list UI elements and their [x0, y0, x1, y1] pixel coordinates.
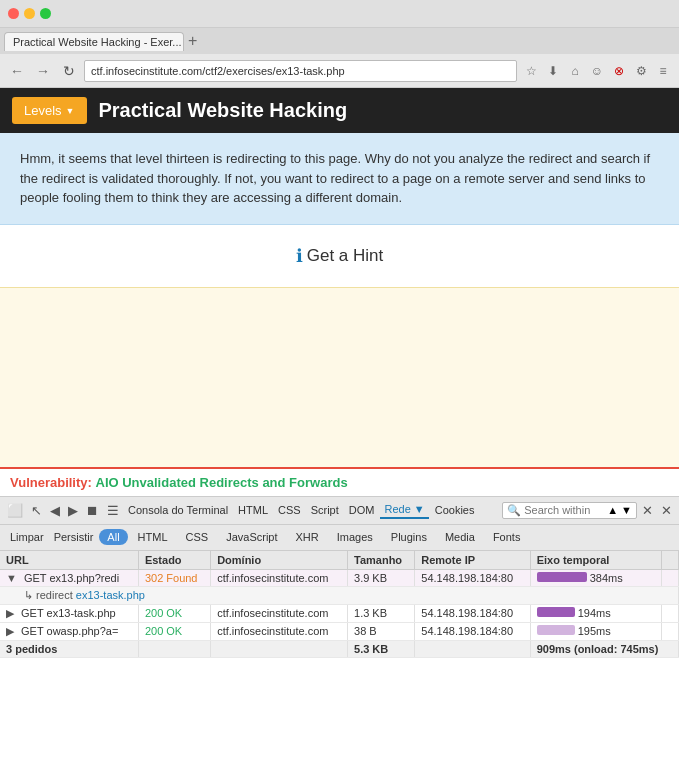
status-text: 200 OK — [145, 607, 182, 619]
url-cell: ▶ GET owasp.php?a= — [0, 622, 138, 640]
redirect-cell: ↳ redirect ex13-task.php — [0, 586, 679, 604]
redirect-arrow-icon: ↳ — [24, 589, 33, 601]
url-bar[interactable] — [84, 60, 517, 82]
back-button[interactable]: ← — [6, 60, 28, 82]
devtools-settings-icon[interactable]: ✕ — [639, 501, 656, 520]
ip-cell: 54.148.198.184:80 — [415, 604, 530, 622]
devtools-script-tab[interactable]: Script — [307, 502, 343, 518]
devtools-inspect-icon[interactable]: ⬜ — [4, 501, 26, 520]
table-row[interactable]: ▼ GET ex13.php?redi 302 Found ctf.infose… — [0, 569, 679, 586]
expand-icon[interactable]: ▶ — [6, 625, 14, 637]
minimize-button[interactable] — [24, 8, 35, 19]
col-timeline: Eixo temporal — [530, 551, 661, 570]
redirect-row: ↳ redirect ex13-task.php — [0, 586, 679, 604]
window-controls — [8, 8, 51, 19]
timeline-label: 384ms — [590, 572, 623, 584]
timeline-label: 195ms — [578, 625, 611, 637]
hint-link[interactable]: ℹ Get a Hint — [296, 245, 384, 267]
levels-button[interactable]: Levels ▼ — [12, 97, 87, 124]
timeline-bar — [537, 572, 587, 582]
filter-plugins[interactable]: Plugins — [383, 529, 435, 545]
status-cell: 200 OK — [138, 604, 210, 622]
redirect-label: redirect — [36, 589, 76, 601]
filter-images[interactable]: Images — [329, 529, 381, 545]
devtools-toolbar: ⬜ ↖ ◀ ▶ ⏹ ☰ Consola do Terminal HTML CSS… — [0, 497, 679, 525]
extra-cell — [661, 622, 678, 640]
vulnerability-title: AIO Unvalidated Redirects and Forwards — [96, 475, 348, 490]
filter-media[interactable]: Media — [437, 529, 483, 545]
vulnerability-bar: Vulnerability: AIO Unvalidated Redirects… — [0, 467, 679, 496]
col-size: Tamanho — [348, 551, 415, 570]
url-cell: ▶ GET ex13-task.php — [0, 604, 138, 622]
bookmark-icon[interactable]: ☆ — [521, 61, 541, 81]
yellow-area — [0, 287, 679, 467]
nav-icons: ☆ ⬇ ⌂ ☺ ⊗ ⚙ ≡ — [521, 61, 673, 81]
new-tab-button[interactable]: + — [188, 33, 197, 49]
title-bar — [0, 0, 679, 28]
close-button[interactable] — [8, 8, 19, 19]
active-tab[interactable]: Practical Website Hacking - Exer... ✕ — [4, 32, 184, 51]
page-title: Practical Website Hacking — [99, 99, 348, 122]
ip-cell: 54.148.198.184:80 — [415, 569, 530, 586]
devtools-cookies-tab[interactable]: Cookies — [431, 502, 479, 518]
download-icon[interactable]: ⬇ — [543, 61, 563, 81]
filter-js[interactable]: JavaScript — [218, 529, 285, 545]
col-status: Estado — [138, 551, 210, 570]
devtools-cursor-icon[interactable]: ↖ — [28, 501, 45, 520]
col-extra — [661, 551, 678, 570]
devtools-html-tab[interactable]: HTML — [234, 502, 272, 518]
chevron-down-icon2[interactable]: ▼ — [621, 504, 632, 516]
page-header: Levels ▼ Practical Website Hacking — [0, 88, 679, 133]
reload-button[interactable]: ↻ — [58, 60, 80, 82]
clear-button[interactable]: Limpar — [6, 529, 48, 545]
extra-cell — [661, 569, 678, 586]
url-text: GET ex13-task.php — [21, 607, 116, 619]
home-icon[interactable]: ⌂ — [565, 61, 585, 81]
menu-icon[interactable]: ≡ — [653, 61, 673, 81]
summary-time: 909ms (onload: 745ms) — [530, 640, 678, 657]
filter-css[interactable]: CSS — [178, 529, 217, 545]
devtools-css-tab[interactable]: CSS — [274, 502, 305, 518]
col-remote-ip: Remote IP — [415, 551, 530, 570]
extension-icon[interactable]: ⚙ — [631, 61, 651, 81]
profile-icon[interactable]: ☺ — [587, 61, 607, 81]
size-cell: 3.9 KB — [348, 569, 415, 586]
forward-button[interactable]: → — [32, 60, 54, 82]
devtools-back-icon[interactable]: ◀ — [47, 501, 63, 520]
timeline-label: 194ms — [578, 607, 611, 619]
table-row[interactable]: ▶ GET ex13-task.php 200 OK ctf.infosecin… — [0, 604, 679, 622]
filter-fonts[interactable]: Fonts — [485, 529, 529, 545]
col-domain: Domínio — [211, 551, 348, 570]
expand-icon[interactable]: ▶ — [6, 607, 14, 619]
devtools-close-icon[interactable]: ✕ — [658, 501, 675, 520]
filter-html[interactable]: HTML — [130, 529, 176, 545]
persist-button[interactable]: Persistir — [50, 529, 98, 545]
devtools-stop-icon[interactable]: ⏹ — [83, 501, 102, 520]
summary-empty1 — [138, 640, 210, 657]
hint-section: ℹ Get a Hint — [0, 225, 679, 287]
main-content: Hmm, it seems that level thirteen is red… — [0, 133, 679, 467]
devtools-search-input[interactable] — [524, 504, 604, 516]
devtools-forward-icon[interactable]: ▶ — [65, 501, 81, 520]
devtools-rede-tab[interactable]: Rede ▼ — [380, 501, 428, 519]
url-text: GET ex13.php?redi — [24, 572, 119, 584]
levels-label: Levels — [24, 103, 62, 118]
timeline-cell: 194ms — [530, 604, 661, 622]
network-subtabs: Limpar Persistir All HTML CSS JavaScript… — [0, 525, 679, 551]
info-icon: ℹ — [296, 245, 303, 267]
size-cell: 38 B — [348, 622, 415, 640]
domain-cell: ctf.infosecinstitute.com — [211, 604, 348, 622]
devtools-list-icon[interactable]: ☰ — [104, 501, 122, 520]
info-box: Hmm, it seems that level thirteen is red… — [0, 133, 679, 225]
expand-icon[interactable]: ▼ — [6, 572, 17, 584]
maximize-button[interactable] — [40, 8, 51, 19]
table-row[interactable]: ▶ GET owasp.php?a= 200 OK ctf.infosecins… — [0, 622, 679, 640]
devtools-dom-tab[interactable]: DOM — [345, 502, 379, 518]
devtools-console-tab[interactable]: Consola do Terminal — [124, 502, 232, 518]
filter-xhr[interactable]: XHR — [288, 529, 327, 545]
chevron-up-icon[interactable]: ▲ — [607, 504, 618, 516]
ip-cell: 54.148.198.184:80 — [415, 622, 530, 640]
stop-icon[interactable]: ⊗ — [609, 61, 629, 81]
summary-empty3 — [415, 640, 530, 657]
filter-all[interactable]: All — [99, 529, 127, 545]
